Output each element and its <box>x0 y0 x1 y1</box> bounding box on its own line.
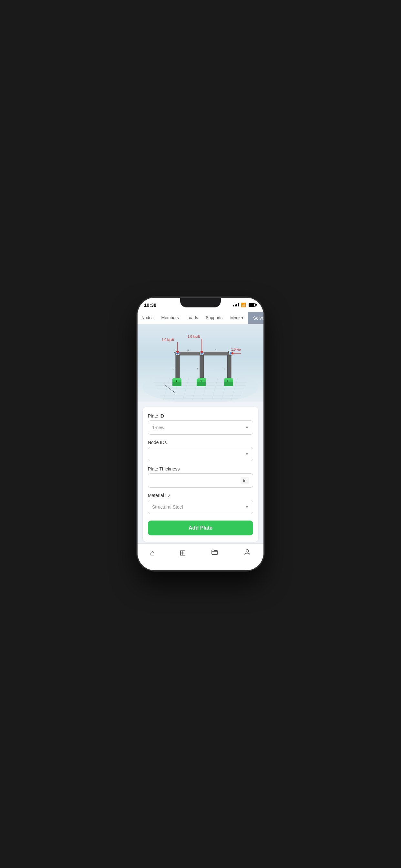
plate-thickness-label: Plate Thickness <box>148 466 253 471</box>
material-id-group: Material ID ▼ <box>148 493 253 514</box>
node-ids-group: Node IDs ▼ <box>148 440 253 461</box>
svg-text:5: 5 <box>228 350 229 353</box>
svg-text:2: 2 <box>174 350 175 353</box>
svg-rect-29 <box>176 352 232 355</box>
status-time: 10:38 <box>144 302 156 308</box>
material-id-input[interactable] <box>152 504 245 509</box>
tab-more[interactable]: More ▼ <box>226 312 248 323</box>
nav-tabs: Nodes Members Loads Supports More ▼ Solv… <box>137 312 264 324</box>
svg-text:1.0 kip/ft: 1.0 kip/ft <box>162 338 174 342</box>
material-id-input-wrapper[interactable]: ▼ <box>148 500 253 514</box>
form-card: Plate ID ▼ Node IDs ▼ Plate Th <box>143 407 258 542</box>
form-content: Plate ID ▼ Node IDs ▼ Plate Th <box>137 402 264 544</box>
bottom-nav: ⌂ ⊞ <box>137 544 264 570</box>
viewport: 2 3 5 4 1 4 6 1 3 5 2 4 1.0 kip/ft 1.0 <box>137 324 264 402</box>
svg-text:4: 4 <box>215 348 217 351</box>
tab-members[interactable]: Members <box>158 312 183 324</box>
bottom-nav-home[interactable]: ⌂ <box>145 547 160 559</box>
signal-bar-2 <box>235 305 236 306</box>
material-id-label: Material ID <box>148 493 253 498</box>
folder-icon <box>211 548 219 558</box>
material-id-dropdown-icon: ▼ <box>245 505 249 509</box>
plate-id-group: Plate ID ▼ <box>148 413 253 435</box>
svg-text:1: 1 <box>173 367 174 370</box>
bottom-nav-calculator[interactable]: ⊞ <box>174 547 191 559</box>
svg-text:5: 5 <box>224 367 225 370</box>
tab-nodes[interactable]: Nodes <box>137 312 158 324</box>
node-ids-label: Node IDs <box>148 440 253 445</box>
plate-thickness-input[interactable] <box>152 478 238 483</box>
signal-bar-4 <box>238 303 239 306</box>
tab-loads[interactable]: Loads <box>183 312 202 324</box>
svg-text:6: 6 <box>227 379 228 382</box>
svg-text:1.0 kip/ft: 1.0 kip/ft <box>188 335 200 338</box>
plate-id-dropdown-icon: ▼ <box>245 425 249 430</box>
structure-svg: 2 3 5 4 1 4 6 1 3 5 2 4 1.0 kip/ft 1.0 <box>137 324 264 402</box>
node-ids-input-wrapper[interactable]: ▼ <box>148 447 253 461</box>
svg-text:3: 3 <box>197 367 198 370</box>
svg-point-51 <box>246 550 249 552</box>
plate-thickness-group: Plate Thickness in <box>148 466 253 488</box>
plate-id-input[interactable] <box>152 425 245 430</box>
solve-button[interactable]: Solve <box>248 312 264 324</box>
tab-more-label: More <box>230 315 240 320</box>
phone-frame: 10:38 📶 Nodes Members Loads Supports <box>137 298 264 570</box>
svg-text:1.0 kip: 1.0 kip <box>231 348 241 351</box>
svg-text:1: 1 <box>176 379 177 382</box>
profile-icon <box>243 548 251 558</box>
node-ids-dropdown-icon: ▼ <box>245 452 249 456</box>
add-plate-button[interactable]: Add Plate <box>148 521 253 535</box>
battery-icon <box>249 303 256 307</box>
tab-supports[interactable]: Supports <box>202 312 226 324</box>
plate-thickness-unit: in <box>241 477 249 485</box>
bottom-nav-profile[interactable] <box>238 547 256 559</box>
status-icons: 📶 <box>233 303 256 307</box>
svg-text:2: 2 <box>188 348 189 351</box>
chevron-down-icon: ▼ <box>241 316 244 320</box>
plate-id-label: Plate ID <box>148 413 253 418</box>
notch <box>180 298 221 307</box>
calculator-icon: ⊞ <box>180 548 186 557</box>
signal-bar-1 <box>233 305 234 306</box>
home-icon: ⌂ <box>150 548 155 557</box>
plate-id-input-wrapper[interactable]: ▼ <box>148 421 253 435</box>
battery-fill <box>249 304 254 306</box>
bottom-nav-folder[interactable] <box>206 547 224 559</box>
wifi-icon: 📶 <box>241 303 246 307</box>
svg-text:4: 4 <box>200 379 202 382</box>
phone-screen: 10:38 📶 Nodes Members Loads Supports <box>137 298 264 570</box>
plate-thickness-input-wrapper[interactable]: in <box>148 473 253 488</box>
node-ids-input[interactable] <box>152 452 245 457</box>
signal-bars-icon <box>233 303 239 306</box>
signal-bar-3 <box>236 304 237 306</box>
